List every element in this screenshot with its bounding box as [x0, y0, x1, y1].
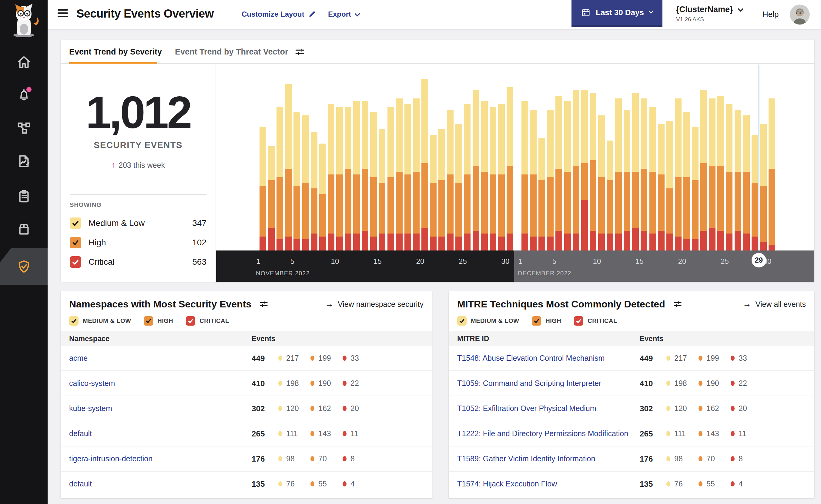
showing-row-critical[interactable]: Critical563: [61, 252, 216, 272]
view-namespace-security-link[interactable]: → View namespace security: [325, 299, 424, 309]
severity-filter-medium_low[interactable]: MEDIUM & LOW: [69, 316, 131, 326]
bar-dec-22[interactable]: [700, 90, 707, 250]
severity-filter-high[interactable]: HIGH: [144, 316, 173, 326]
bar-dec-11[interactable]: [606, 141, 613, 250]
bar-dec-15[interactable]: [641, 98, 647, 250]
bar-nov-9[interactable]: [328, 104, 334, 250]
bar-dec-23[interactable]: [709, 98, 716, 250]
bar-dec-6[interactable]: [564, 101, 571, 250]
bar-nov-19[interactable]: [413, 98, 420, 250]
row-name-link[interactable]: T1548: Abuse Elevation Control Mechanism: [457, 354, 604, 363]
row-name-link[interactable]: T1052: Exfiltration Over Physical Medium: [457, 404, 596, 413]
bar-nov-16[interactable]: [387, 107, 394, 250]
checkbox-high[interactable]: [144, 316, 153, 326]
bar-nov-8[interactable]: [319, 144, 326, 250]
sidebar-item-policies[interactable]: [0, 144, 48, 178]
row-name-link[interactable]: T1059: Command and Scripting Interpreter: [457, 379, 601, 388]
calico-cat-logo[interactable]: [7, 2, 41, 39]
bar-dec-7[interactable]: [573, 90, 579, 250]
checkbox-critical[interactable]: [574, 316, 583, 326]
bar-nov-14[interactable]: [370, 112, 377, 250]
row-name-link[interactable]: kube-system: [69, 404, 112, 413]
bar-dec-30[interactable]: [769, 98, 775, 250]
bar-dec-13[interactable]: [624, 110, 630, 250]
bar-nov-25[interactable]: [464, 104, 470, 250]
bar-dec-19[interactable]: [675, 98, 682, 250]
menu-toggle-button[interactable]: [58, 9, 68, 19]
severity-filter-critical[interactable]: CRITICAL: [574, 316, 617, 326]
severity-filter-high[interactable]: HIGH: [532, 316, 561, 326]
bar-nov-3[interactable]: [277, 107, 283, 250]
checkbox-critical[interactable]: [186, 316, 195, 326]
bar-dec-3[interactable]: [538, 138, 545, 250]
bar-dec-10[interactable]: [598, 115, 605, 250]
row-name-link[interactable]: T1222: File and Directory Permissions Mo…: [457, 429, 628, 438]
checkbox-medium_low[interactable]: [457, 316, 467, 326]
date-range-button[interactable]: Last 30 Days: [571, 0, 663, 27]
row-name-link[interactable]: acme: [69, 354, 88, 363]
severity-filter-medium_low[interactable]: MEDIUM & LOW: [457, 316, 519, 326]
bar-dec-21[interactable]: [692, 127, 699, 250]
bar-nov-1[interactable]: [260, 127, 266, 250]
bar-nov-24[interactable]: [455, 124, 462, 250]
bar-dec-27[interactable]: [743, 115, 750, 250]
bar-nov-6[interactable]: [302, 115, 309, 250]
bar-dec-25[interactable]: [726, 104, 733, 250]
showing-row-high[interactable]: High102: [61, 233, 216, 252]
severity-filter-critical[interactable]: CRITICAL: [186, 316, 229, 326]
bar-nov-23[interactable]: [447, 110, 454, 250]
bar-dec-1[interactable]: [521, 101, 528, 250]
today-marker[interactable]: 29: [752, 253, 766, 267]
customize-layout-link[interactable]: Customize Layout: [242, 10, 316, 18]
sidebar-item-home[interactable]: [0, 45, 48, 79]
showing-row-medium_low[interactable]: Medium & Low347: [61, 214, 216, 233]
checkbox-high[interactable]: [70, 237, 81, 248]
panel-settings-sliders-icon[interactable]: [259, 300, 268, 309]
bar-nov-13[interactable]: [362, 101, 368, 250]
bar-nov-5[interactable]: [294, 112, 300, 250]
row-name-link[interactable]: default: [69, 429, 92, 438]
bar-nov-7[interactable]: [311, 132, 318, 250]
bar-dec-12[interactable]: [615, 98, 622, 250]
bar-dec-2[interactable]: [530, 110, 537, 250]
bar-nov-27[interactable]: [481, 101, 488, 250]
checkbox-medium_low[interactable]: [70, 217, 81, 229]
bar-nov-20[interactable]: [421, 79, 428, 250]
bar-dec-20[interactable]: [683, 112, 690, 250]
trend-settings-sliders-icon[interactable]: [295, 47, 305, 57]
row-name-link[interactable]: tigera-intrusion-detection: [69, 454, 152, 463]
row-name-link[interactable]: T1589: Gather Victim Identity Informatio…: [457, 454, 595, 463]
bar-dec-29[interactable]: [760, 124, 767, 250]
sidebar-item-alerts[interactable]: [0, 78, 48, 111]
sidebar-item-threat-defense[interactable]: [0, 248, 48, 285]
checkbox-high[interactable]: [532, 316, 541, 326]
cluster-selector[interactable]: {ClusterName} V1.26 AKS: [676, 5, 742, 23]
bar-dec-4[interactable]: [547, 110, 553, 250]
bar-nov-10[interactable]: [336, 107, 343, 250]
bar-nov-15[interactable]: [379, 129, 385, 250]
bar-nov-26[interactable]: [473, 90, 479, 250]
sidebar-item-workloads[interactable]: [0, 213, 48, 246]
bar-dec-14[interactable]: [632, 93, 639, 250]
sidebar-item-service-graph[interactable]: [0, 111, 48, 144]
checkbox-medium_low[interactable]: [69, 316, 78, 326]
bar-dec-26[interactable]: [735, 110, 741, 250]
bar-dec-17[interactable]: [658, 124, 665, 250]
checkbox-critical[interactable]: [70, 256, 81, 268]
bar-nov-18[interactable]: [404, 104, 411, 250]
bar-nov-22[interactable]: [438, 129, 445, 250]
bar-dec-18[interactable]: [667, 121, 673, 250]
bar-nov-30[interactable]: [507, 87, 513, 250]
bar-nov-21[interactable]: [430, 135, 437, 250]
panel-settings-sliders-icon[interactable]: [673, 300, 682, 309]
sidebar-item-compliance[interactable]: [0, 179, 48, 213]
tab-event-trend-by-severity[interactable]: Event Trend by Severity: [69, 47, 162, 57]
bar-dec-5[interactable]: [555, 96, 562, 250]
bar-dec-16[interactable]: [650, 107, 656, 250]
row-name-link[interactable]: calico-system: [69, 379, 115, 388]
bar-nov-2[interactable]: [268, 146, 275, 250]
bar-nov-4[interactable]: [285, 84, 292, 250]
bar-nov-29[interactable]: [498, 104, 505, 250]
export-menu[interactable]: Export: [328, 10, 359, 18]
help-link[interactable]: Help: [763, 10, 779, 19]
